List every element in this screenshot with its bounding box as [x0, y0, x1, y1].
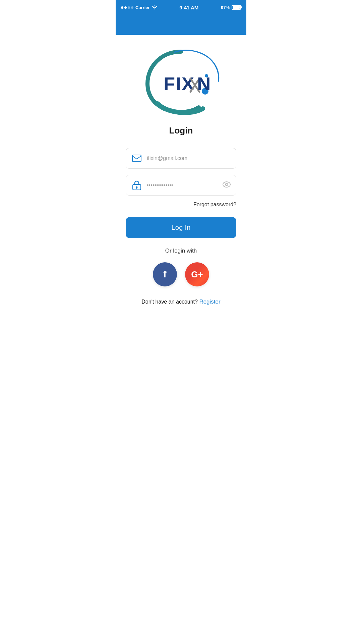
app-logo: FIX N [141, 45, 221, 119]
email-icon [131, 153, 142, 164]
status-bar: Carrier 9:41 AM 97% [116, 0, 246, 15]
battery-percentage: 97% [221, 5, 230, 10]
carrier-label: Carrier [135, 5, 150, 10]
or-section: Or login with [126, 248, 236, 254]
no-account-text: Don't have an account? [141, 299, 198, 305]
google-login-button[interactable]: G+ [185, 262, 209, 286]
signal-dot-2 [124, 6, 127, 9]
battery-fill [233, 6, 240, 9]
signal-dot-3 [128, 6, 130, 9]
signal-strength [121, 6, 133, 9]
email-field-container [126, 148, 236, 169]
register-link[interactable]: Register [199, 299, 220, 305]
battery-bar [232, 5, 241, 10]
battery-indicator [232, 5, 241, 10]
svg-point-5 [205, 74, 208, 77]
register-section: Don't have an account? Register [126, 299, 236, 305]
toggle-password-icon[interactable] [223, 181, 231, 189]
header-blue [116, 15, 246, 35]
logo-svg: FIX N [141, 45, 221, 119]
forgot-password-section: Forgot password? [126, 202, 236, 208]
lock-icon [131, 180, 142, 191]
status-left: Carrier [121, 5, 157, 10]
svg-point-11 [226, 183, 228, 185]
svg-text:N: N [197, 73, 210, 94]
password-input[interactable] [147, 182, 223, 188]
main-content: FIX N Login [116, 35, 246, 319]
svg-point-10 [223, 182, 230, 187]
facebook-icon: f [163, 269, 166, 280]
svg-rect-6 [132, 155, 141, 162]
password-field-container [126, 175, 236, 196]
google-plus-icon: G+ [191, 269, 203, 280]
signal-dot-4 [131, 6, 133, 9]
page-title: Login [169, 125, 193, 136]
login-form: Forgot password? Log In Or login with f … [126, 148, 236, 305]
signal-dot-1 [121, 6, 123, 9]
forgot-password-link[interactable]: Forgot password? [193, 202, 236, 207]
or-text: Or login with [165, 248, 197, 254]
social-login-section: f G+ [126, 262, 236, 286]
facebook-login-button[interactable]: f [153, 262, 177, 286]
wifi-icon [152, 5, 157, 9]
login-button[interactable]: Log In [126, 217, 236, 238]
email-input[interactable] [147, 155, 231, 161]
time-display: 9:41 AM [179, 5, 198, 10]
status-right: 97% [221, 5, 241, 10]
